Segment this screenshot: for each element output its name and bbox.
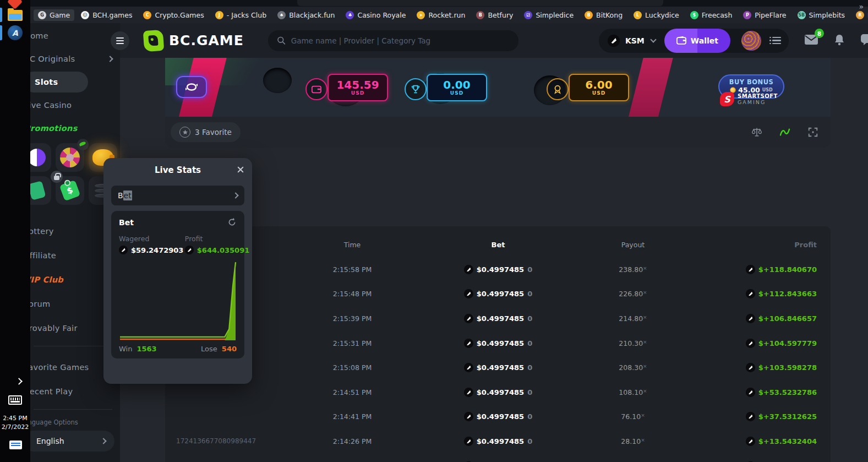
table-row[interactable]: 2:14:41 PM $0.49974850 76.10× $+37.53126… bbox=[176, 405, 817, 430]
chevron-down-icon[interactable] bbox=[650, 36, 656, 42]
bookmark-label: Freecash bbox=[702, 11, 733, 19]
bookmark-item[interactable]: ☺ BCH.games bbox=[77, 9, 137, 21]
touch-keyboard-icon[interactable] bbox=[8, 395, 22, 405]
main-content: 145.59 USD 0.00 USD 6.00 bbox=[165, 58, 831, 462]
bet-amount: $0.49974850 bbox=[402, 339, 594, 348]
bet-value-trailing: 0 bbox=[527, 388, 532, 396]
game-card: 145.59 USD 0.00 USD 6.00 bbox=[165, 58, 831, 148]
table-row[interactable]: 2:15:39 PM $0.49974850 214.80× $+106.846… bbox=[176, 306, 817, 331]
avatar[interactable] bbox=[741, 31, 761, 51]
payout-multiplier: 76.10× bbox=[594, 412, 672, 421]
table-row[interactable]: 2:15:08 PM $0.49974850 208.30× $+103.598… bbox=[176, 355, 817, 380]
bookmark-item[interactable]: L Luckydice bbox=[629, 9, 684, 21]
taskbar-clock[interactable]: 2:45 PM 2/7/2022 bbox=[0, 414, 30, 432]
table-header-row: Time Bet Payout Profit bbox=[176, 226, 817, 257]
profit-value: $+112.843663 bbox=[758, 290, 817, 298]
bet-value: $0.4997485 bbox=[477, 314, 524, 323]
table-row[interactable]: 2:15:58 PM $0.49974850 238.80× $+118.840… bbox=[176, 257, 817, 282]
profit-value: $+53.5232786 bbox=[758, 388, 817, 396]
wheel-game-icon bbox=[28, 149, 46, 166]
sidebar-item-recent-play[interactable]: Recent Play bbox=[30, 379, 120, 404]
fairness-scales-icon[interactable] bbox=[751, 127, 762, 138]
bell-icon bbox=[834, 34, 845, 46]
bet-value: $0.4997485 bbox=[477, 339, 524, 347]
bookmark-favicon-icon: SB bbox=[798, 11, 806, 19]
bookmark-item[interactable]: C Crypto.Games bbox=[139, 9, 208, 21]
bookmark-label: Blackjack.fun bbox=[289, 11, 335, 19]
search-input[interactable] bbox=[291, 36, 510, 45]
currency-label[interactable]: KSM bbox=[625, 36, 645, 45]
bookmark-item[interactable]: ♣ Casino Royale bbox=[341, 9, 410, 21]
bookmark-label: - Jacks Club bbox=[227, 11, 267, 19]
table-row[interactable]: 2:14:51 PM $0.49974850 108.10× $+53.5232… bbox=[176, 380, 817, 405]
autoplay-loop-button[interactable] bbox=[176, 76, 207, 98]
bookmarks-overflow-icon[interactable]: » bbox=[859, 2, 864, 11]
payout-multiplier: 238.80× bbox=[594, 265, 672, 274]
tile-roulette[interactable] bbox=[56, 143, 84, 172]
tile-price-tag[interactable]: $ bbox=[56, 176, 84, 205]
taskbar-expand-icon[interactable] bbox=[15, 378, 23, 385]
currency-coin-icon bbox=[185, 246, 194, 254]
account-menu-icon[interactable] bbox=[772, 37, 781, 45]
chat-button[interactable] bbox=[860, 34, 868, 47]
currency-coin-icon bbox=[464, 388, 473, 397]
bookmark-item[interactable]: ♠ Blackjack.fun bbox=[273, 9, 339, 21]
bookmark-item[interactable]: B BitKong bbox=[580, 9, 627, 21]
search-bar[interactable] bbox=[268, 30, 518, 51]
lose-label: Lose bbox=[201, 345, 217, 353]
language-select[interactable]: English bbox=[23, 431, 114, 452]
mail-button[interactable]: 8 bbox=[804, 34, 818, 47]
bet-profit: $+103.598278 bbox=[672, 363, 817, 372]
hamburger-menu-button[interactable] bbox=[111, 31, 129, 50]
bet-value: $0.4997485 bbox=[477, 388, 524, 396]
stats-type-select[interactable]: Bet bbox=[111, 186, 244, 205]
leaf-badge-icon bbox=[77, 139, 89, 150]
table-row[interactable]: 1724136677080989447 2:14:26 PM $0.499748… bbox=[176, 429, 817, 454]
account-pill: KSM Wallet bbox=[599, 29, 789, 53]
favorite-button[interactable]: 3 Favorite bbox=[171, 122, 241, 142]
table-row[interactable]: 1724136654228178695 2:14:05 PM $0.499748… bbox=[176, 454, 817, 462]
sidebar-item-live-casino[interactable]: Live Casino bbox=[30, 94, 120, 117]
bet-profit: $+37.5312625 bbox=[672, 412, 817, 421]
sidebar-item-slots[interactable]: Slots bbox=[30, 72, 120, 93]
sidebar-item-home[interactable]: Home bbox=[30, 24, 120, 47]
bookmark-item[interactable]: B Betfury bbox=[472, 9, 517, 21]
browser-address-bar[interactable] bbox=[297, 0, 663, 6]
profit-value: $+106.846657 bbox=[758, 314, 817, 323]
bookmark-item[interactable]: G Game bbox=[34, 9, 74, 21]
close-icon[interactable] bbox=[237, 166, 244, 173]
live-stats-icon[interactable] bbox=[779, 128, 791, 137]
payout-multiplier: 226.80× bbox=[594, 290, 672, 298]
sidebar-item-bc-originals[interactable]: BC Originals bbox=[30, 47, 120, 70]
live-stats-card: Bet Wagered Profit $59.2472903 $644.0350… bbox=[111, 211, 244, 358]
win-label: Win bbox=[119, 345, 132, 353]
bookmark-item[interactable]: $ Freecash bbox=[686, 9, 737, 21]
banner-stripe bbox=[627, 58, 674, 117]
file-explorer-icon[interactable] bbox=[8, 10, 23, 21]
table-row[interactable]: 2:15:31 PM $0.49974850 210.30× $+104.597… bbox=[176, 331, 817, 356]
bookmark-item[interactable]: SB Simplebits bbox=[793, 9, 850, 21]
wallet-button[interactable]: Wallet bbox=[664, 29, 730, 53]
bet-amount: $0.49974850 bbox=[402, 388, 594, 397]
bcgame-logo[interactable]: BC.GAME bbox=[144, 30, 244, 51]
table-row[interactable]: 2:15:48 PM $0.49974850 226.80× $+112.843… bbox=[176, 282, 817, 307]
fullscreen-icon[interactable] bbox=[807, 127, 818, 138]
profit-value: $+13.5432404 bbox=[758, 437, 817, 445]
bets-table: Time Bet Payout Profit 2:15:58 PM $0.499… bbox=[165, 226, 831, 462]
notifications-button[interactable] bbox=[834, 34, 845, 47]
notification-center-icon[interactable] bbox=[9, 441, 22, 449]
bookmark-item[interactable]: P PipeFlare bbox=[739, 9, 790, 21]
jackpot-value: 6.00 bbox=[585, 79, 612, 91]
bookmark-item[interactable]: ⚂ Simpledice bbox=[520, 9, 578, 21]
bookmark-item[interactable]: ➤ Rocket.run bbox=[412, 9, 470, 21]
bookmark-label: Crypto.Games bbox=[155, 11, 204, 19]
price-tag-icon: $ bbox=[59, 180, 80, 201]
sidebar-item-label: BC Originals bbox=[24, 55, 75, 63]
taskbar-app-icon-a[interactable]: A bbox=[8, 25, 23, 40]
sidebar-item-promotions[interactable]: Promotions bbox=[30, 117, 120, 140]
provider-sub: GAMING bbox=[738, 99, 778, 105]
jackpot-display-1: 145.59 USD bbox=[327, 74, 388, 101]
bookmark-item[interactable]: J - Jacks Club bbox=[211, 9, 271, 21]
bookmark-favicon-icon: L bbox=[634, 11, 642, 19]
refresh-icon[interactable] bbox=[227, 218, 237, 227]
